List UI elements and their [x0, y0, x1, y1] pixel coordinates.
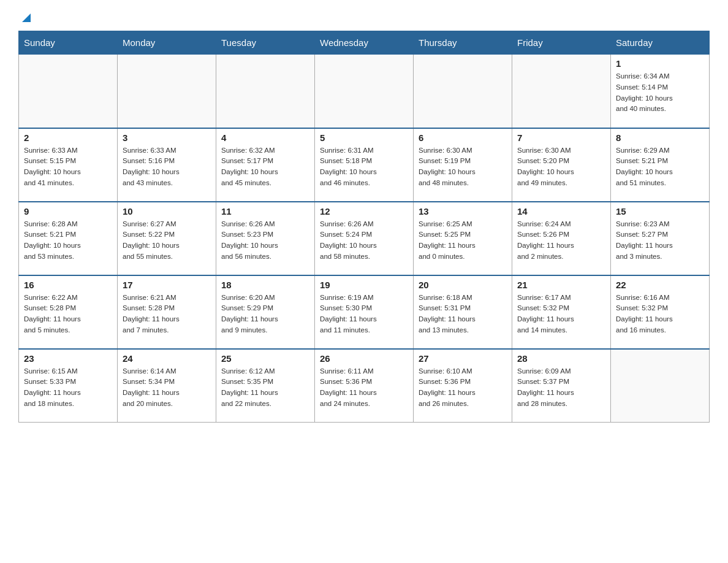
day-number: 16 — [24, 280, 112, 290]
day-info: Sunrise: 6:10 AM Sunset: 5:36 PM Dayligh… — [419, 366, 507, 410]
calendar-header-wednesday: Wednesday — [315, 31, 414, 55]
day-info: Sunrise: 6:26 AM Sunset: 5:23 PM Dayligh… — [221, 219, 309, 262]
calendar-cell: 18Sunrise: 6:20 AM Sunset: 5:29 PM Dayli… — [216, 275, 315, 349]
calendar-week-row: 9Sunrise: 6:28 AM Sunset: 5:21 PM Daylig… — [19, 202, 710, 275]
calendar-week-row: 2Sunrise: 6:33 AM Sunset: 5:15 PM Daylig… — [19, 128, 710, 202]
day-number: 14 — [517, 206, 605, 216]
day-info: Sunrise: 6:30 AM Sunset: 5:20 PM Dayligh… — [517, 145, 605, 189]
day-number: 1 — [616, 58, 704, 69]
day-info: Sunrise: 6:21 AM Sunset: 5:28 PM Dayligh… — [123, 293, 211, 336]
calendar-cell: 11Sunrise: 6:26 AM Sunset: 5:23 PM Dayli… — [216, 202, 315, 275]
calendar-cell: 9Sunrise: 6:28 AM Sunset: 5:21 PM Daylig… — [19, 202, 118, 275]
calendar-cell: 14Sunrise: 6:24 AM Sunset: 5:26 PM Dayli… — [512, 202, 611, 275]
calendar-cell: 13Sunrise: 6:25 AM Sunset: 5:25 PM Dayli… — [414, 202, 512, 275]
day-number: 13 — [419, 206, 507, 216]
calendar-cell: 26Sunrise: 6:11 AM Sunset: 5:36 PM Dayli… — [315, 349, 414, 423]
logo — [18, 12, 33, 25]
day-info: Sunrise: 6:27 AM Sunset: 5:22 PM Dayligh… — [123, 219, 211, 262]
calendar-cell: 6Sunrise: 6:30 AM Sunset: 5:19 PM Daylig… — [414, 128, 512, 202]
page-header — [18, 12, 710, 25]
calendar-cell: 1Sunrise: 6:34 AM Sunset: 5:14 PM Daylig… — [611, 55, 710, 128]
calendar-header-thursday: Thursday — [414, 31, 512, 55]
day-number: 4 — [221, 132, 309, 143]
day-info: Sunrise: 6:26 AM Sunset: 5:24 PM Dayligh… — [320, 219, 408, 262]
svg-marker-0 — [22, 13, 31, 22]
calendar-cell: 4Sunrise: 6:32 AM Sunset: 5:17 PM Daylig… — [216, 128, 315, 202]
calendar-cell: 8Sunrise: 6:29 AM Sunset: 5:21 PM Daylig… — [611, 128, 710, 202]
calendar-table: SundayMondayTuesdayWednesdayThursdayFrid… — [18, 31, 710, 423]
day-number: 12 — [320, 206, 408, 216]
day-info: Sunrise: 6:30 AM Sunset: 5:19 PM Dayligh… — [419, 145, 507, 189]
day-number: 6 — [419, 132, 507, 143]
calendar-cell: 22Sunrise: 6:16 AM Sunset: 5:32 PM Dayli… — [611, 275, 710, 349]
calendar-cell: 16Sunrise: 6:22 AM Sunset: 5:28 PM Dayli… — [19, 275, 118, 349]
day-info: Sunrise: 6:11 AM Sunset: 5:36 PM Dayligh… — [320, 366, 408, 410]
day-info: Sunrise: 6:33 AM Sunset: 5:16 PM Dayligh… — [123, 145, 211, 189]
calendar-cell — [611, 349, 710, 423]
day-info: Sunrise: 6:28 AM Sunset: 5:21 PM Dayligh… — [24, 219, 112, 262]
calendar-week-row: 1Sunrise: 6:34 AM Sunset: 5:14 PM Daylig… — [19, 55, 710, 128]
calendar-cell: 23Sunrise: 6:15 AM Sunset: 5:33 PM Dayli… — [19, 349, 118, 423]
calendar-cell — [414, 55, 512, 128]
day-number: 24 — [123, 353, 211, 364]
day-number: 9 — [24, 206, 112, 216]
calendar-cell: 17Sunrise: 6:21 AM Sunset: 5:28 PM Dayli… — [118, 275, 216, 349]
calendar-header-saturday: Saturday — [611, 31, 710, 55]
calendar-cell: 27Sunrise: 6:10 AM Sunset: 5:36 PM Dayli… — [414, 349, 512, 423]
day-number: 2 — [24, 132, 112, 143]
calendar-header-friday: Friday — [512, 31, 611, 55]
day-info: Sunrise: 6:18 AM Sunset: 5:31 PM Dayligh… — [419, 293, 507, 336]
day-number: 11 — [221, 206, 309, 216]
calendar-week-row: 23Sunrise: 6:15 AM Sunset: 5:33 PM Dayli… — [19, 349, 710, 423]
calendar-cell — [315, 55, 414, 128]
day-number: 25 — [221, 353, 309, 364]
logo-triangle-icon — [20, 11, 33, 25]
calendar-cell — [216, 55, 315, 128]
day-info: Sunrise: 6:12 AM Sunset: 5:35 PM Dayligh… — [221, 366, 309, 410]
day-number: 21 — [517, 280, 605, 290]
calendar-week-row: 16Sunrise: 6:22 AM Sunset: 5:28 PM Dayli… — [19, 275, 710, 349]
day-info: Sunrise: 6:16 AM Sunset: 5:32 PM Dayligh… — [616, 293, 704, 336]
calendar-cell: 20Sunrise: 6:18 AM Sunset: 5:31 PM Dayli… — [414, 275, 512, 349]
calendar-header-tuesday: Tuesday — [216, 31, 315, 55]
calendar-cell: 19Sunrise: 6:19 AM Sunset: 5:30 PM Dayli… — [315, 275, 414, 349]
day-info: Sunrise: 6:14 AM Sunset: 5:34 PM Dayligh… — [123, 366, 211, 410]
calendar-cell: 25Sunrise: 6:12 AM Sunset: 5:35 PM Dayli… — [216, 349, 315, 423]
calendar-cell: 5Sunrise: 6:31 AM Sunset: 5:18 PM Daylig… — [315, 128, 414, 202]
day-number: 26 — [320, 353, 408, 364]
calendar-cell: 10Sunrise: 6:27 AM Sunset: 5:22 PM Dayli… — [118, 202, 216, 275]
calendar-cell: 24Sunrise: 6:14 AM Sunset: 5:34 PM Dayli… — [118, 349, 216, 423]
calendar-cell: 12Sunrise: 6:26 AM Sunset: 5:24 PM Dayli… — [315, 202, 414, 275]
calendar-cell — [118, 55, 216, 128]
day-number: 17 — [123, 280, 211, 290]
day-info: Sunrise: 6:33 AM Sunset: 5:15 PM Dayligh… — [24, 145, 112, 189]
day-info: Sunrise: 6:32 AM Sunset: 5:17 PM Dayligh… — [221, 145, 309, 189]
calendar-cell: 28Sunrise: 6:09 AM Sunset: 5:37 PM Dayli… — [512, 349, 611, 423]
calendar-cell: 21Sunrise: 6:17 AM Sunset: 5:32 PM Dayli… — [512, 275, 611, 349]
day-number: 27 — [419, 353, 507, 364]
day-number: 28 — [517, 353, 605, 364]
day-info: Sunrise: 6:31 AM Sunset: 5:18 PM Dayligh… — [320, 145, 408, 189]
day-info: Sunrise: 6:17 AM Sunset: 5:32 PM Dayligh… — [517, 293, 605, 336]
day-number: 10 — [123, 206, 211, 216]
day-number: 5 — [320, 132, 408, 143]
calendar-header-row: SundayMondayTuesdayWednesdayThursdayFrid… — [19, 31, 710, 55]
day-number: 18 — [221, 280, 309, 290]
day-info: Sunrise: 6:19 AM Sunset: 5:30 PM Dayligh… — [320, 293, 408, 336]
calendar-cell: 7Sunrise: 6:30 AM Sunset: 5:20 PM Daylig… — [512, 128, 611, 202]
day-number: 22 — [616, 280, 704, 290]
day-info: Sunrise: 6:20 AM Sunset: 5:29 PM Dayligh… — [221, 293, 309, 336]
day-info: Sunrise: 6:29 AM Sunset: 5:21 PM Dayligh… — [616, 145, 704, 189]
day-info: Sunrise: 6:25 AM Sunset: 5:25 PM Dayligh… — [419, 219, 507, 262]
calendar-header-monday: Monday — [118, 31, 216, 55]
day-info: Sunrise: 6:22 AM Sunset: 5:28 PM Dayligh… — [24, 293, 112, 336]
day-number: 19 — [320, 280, 408, 290]
calendar-cell: 15Sunrise: 6:23 AM Sunset: 5:27 PM Dayli… — [611, 202, 710, 275]
day-number: 15 — [616, 206, 704, 216]
day-number: 7 — [517, 132, 605, 143]
day-number: 20 — [419, 280, 507, 290]
day-number: 8 — [616, 132, 704, 143]
day-number: 23 — [24, 353, 112, 364]
day-info: Sunrise: 6:15 AM Sunset: 5:33 PM Dayligh… — [24, 366, 112, 410]
day-info: Sunrise: 6:34 AM Sunset: 5:14 PM Dayligh… — [616, 71, 704, 115]
